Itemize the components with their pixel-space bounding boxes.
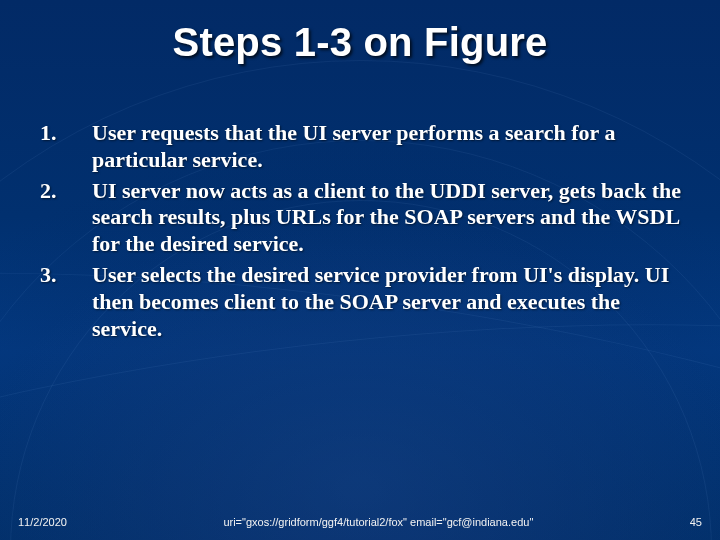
slide-title: Steps 1-3 on Figure (0, 20, 720, 65)
list-item: 2. UI server now acts as a client to the… (40, 178, 684, 258)
list-item: 1. User requests that the UI server perf… (40, 120, 684, 174)
item-text: User requests that the UI server perform… (92, 120, 684, 174)
footer-center: uri="gxos://gridform/ggf4/tutorial2/fox"… (67, 516, 690, 528)
item-number: 1. (40, 120, 92, 147)
item-text: User selects the desired service provide… (92, 262, 684, 342)
item-number: 2. (40, 178, 92, 205)
item-number: 3. (40, 262, 92, 289)
footer-page-number: 45 (690, 516, 702, 528)
item-text: UI server now acts as a client to the UD… (92, 178, 684, 258)
slide: Steps 1-3 on Figure 1. User requests tha… (0, 0, 720, 540)
steps-list: 1. User requests that the UI server perf… (40, 120, 684, 347)
footer-date: 11/2/2020 (18, 516, 67, 528)
slide-footer: 11/2/2020 uri="gxos://gridform/ggf4/tuto… (18, 516, 702, 528)
list-item: 3. User selects the desired service prov… (40, 262, 684, 342)
